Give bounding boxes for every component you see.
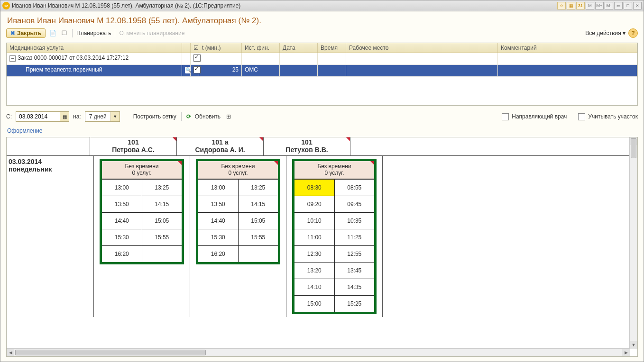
order-row[interactable]: –Заказ 0000-000017 от 03.03.2014 17:27:1… [7, 53, 637, 65]
close-window-button[interactable]: ✕ [633, 2, 642, 9]
time-slot[interactable]: 15:30 [198, 229, 239, 245]
toolbar: ✖ Закрыть 📄 ❐ Планировать Отменить плани… [6, 28, 638, 38]
time-slot[interactable]: 11:00 [294, 229, 335, 245]
maximize-button[interactable]: □ [624, 2, 632, 9]
resource-header[interactable]: 101Петрова А.С. [90, 137, 177, 155]
time-slot[interactable]: 15:30 [102, 229, 142, 245]
report-icon[interactable]: 📄 [48, 29, 57, 37]
time-slot[interactable]: 16:20 [198, 246, 239, 262]
col-time[interactable]: t (мин.) [199, 43, 242, 53]
col-comment[interactable]: Комментарий [498, 43, 637, 53]
time-slot[interactable] [142, 246, 182, 262]
time-slot[interactable]: 10:10 [294, 213, 335, 229]
resource-header[interactable]: 101 аСидорова А. И. [177, 137, 264, 155]
marker-icon [259, 137, 263, 141]
consider-area-checkbox[interactable]: Учитывать участок [578, 113, 638, 120]
time-slot[interactable]: 13:50 [198, 196, 239, 212]
time-slot[interactable]: 14:15 [239, 196, 278, 212]
horizontal-scrollbar[interactable]: ◀ ▶ [7, 348, 630, 356]
scroll-right-icon[interactable]: ▶ [622, 349, 630, 356]
settings-icon[interactable]: ⊞ [224, 112, 233, 121]
period-value: 7 дней [85, 112, 110, 121]
date-column-header [7, 137, 90, 155]
scroll-thumb-h[interactable] [15, 350, 206, 355]
time-slot[interactable]: 08:30 [294, 180, 335, 196]
time-slot[interactable]: 13:50 [102, 196, 142, 212]
time-slot[interactable]: 13:20 [294, 262, 335, 279]
minimize-button[interactable]: ▭ [614, 2, 623, 9]
col-check[interactable]: ☑ [191, 43, 199, 53]
time-slot[interactable]: 12:55 [335, 246, 375, 262]
chevron-down-icon[interactable]: ▼ [110, 112, 120, 121]
time-slot[interactable]: 13:25 [239, 180, 278, 196]
card-header[interactable]: Без времени0 услуг. [294, 161, 374, 179]
col-vtime[interactable]: Время [318, 43, 346, 53]
close-button[interactable]: ✖ Закрыть [6, 28, 46, 38]
service-search[interactable]: 🔍 [182, 65, 191, 76]
vertical-scrollbar[interactable]: ▲ ▼ [629, 137, 637, 349]
time-slot[interactable]: 14:35 [335, 279, 375, 295]
card-header[interactable]: Без времени0 услуг. [102, 161, 182, 179]
col-date[interactable]: Дата [280, 43, 318, 53]
col-service[interactable]: Медицинская услуга [7, 43, 182, 53]
time-slot[interactable]: 14:40 [102, 213, 142, 229]
col-fin[interactable]: Ист. фин. [242, 43, 280, 53]
time-slot[interactable]: 15:55 [142, 229, 182, 245]
time-slot[interactable]: 14:15 [142, 196, 182, 212]
time-slot[interactable]: 13:45 [335, 262, 375, 279]
mem-mminus-button[interactable]: M- [605, 2, 613, 9]
col-workplace[interactable]: Рабочее место [346, 43, 498, 53]
col-search[interactable] [182, 43, 191, 53]
service-row[interactable]: Прием терапевта первичный 🔍 25 ОМС [7, 65, 637, 77]
mem-m-button[interactable]: M [586, 2, 594, 9]
resource-header[interactable]: 101Петухов В.В. [264, 137, 350, 155]
time-slot[interactable]: 11:25 [335, 229, 375, 245]
time-slot[interactable]: 15:25 [335, 296, 375, 312]
scroll-down-icon[interactable]: ▼ [630, 341, 637, 349]
time-slot[interactable]: 14:40 [198, 213, 239, 229]
copy-icon[interactable]: ❐ [60, 29, 68, 37]
time-slot[interactable]: 13:00 [102, 180, 142, 196]
from-date-input[interactable]: ▦ [16, 111, 69, 122]
time-slot[interactable]: 15:05 [142, 213, 182, 229]
filter-row: С: ▦ на: 7 дней ▼ Построить сетку ⟳ Обно… [6, 111, 638, 122]
time-slot[interactable]: 10:35 [335, 213, 375, 229]
build-grid-button[interactable]: Построить сетку [133, 113, 176, 120]
time-slot[interactable]: 08:55 [335, 180, 375, 196]
referring-doctor-checkbox[interactable]: Направляющий врач [502, 113, 567, 120]
time-slot[interactable]: 15:05 [239, 213, 278, 229]
from-date-field[interactable] [16, 112, 60, 121]
date-value: 03.03.2014 [9, 158, 92, 165]
slot-row: 10:1010:35 [294, 212, 374, 229]
time-slot[interactable] [239, 246, 278, 262]
slot-row: 13:5014:15 [198, 196, 278, 212]
calendar-picker-icon[interactable]: ▦ [60, 112, 69, 121]
period-combo[interactable]: 7 дней ▼ [85, 111, 120, 122]
time-slot[interactable]: 15:55 [239, 229, 278, 245]
time-slot[interactable]: 09:20 [294, 196, 335, 212]
time-slot[interactable]: 09:45 [335, 196, 375, 212]
time-slot[interactable]: 15:00 [294, 296, 335, 312]
scroll-thumb[interactable] [631, 138, 636, 158]
time-slot[interactable]: 12:30 [294, 246, 335, 262]
time-slot[interactable]: 13:00 [198, 180, 239, 196]
time-slot[interactable]: 13:25 [142, 180, 182, 196]
calendar-icon[interactable]: 31 [576, 2, 585, 9]
calc-icon[interactable]: ▦ [567, 2, 575, 9]
time-slot[interactable]: 16:20 [102, 246, 142, 262]
schedule-header: 101Петрова А.С.101 аСидорова А. И.101Пет… [7, 137, 637, 156]
order-check[interactable] [191, 53, 199, 64]
refresh-button[interactable]: Обновить [195, 113, 221, 120]
plan-button[interactable]: Планировать [76, 30, 111, 36]
help-button[interactable]: ? [628, 28, 638, 38]
slot-row: 13:5014:15 [102, 196, 182, 212]
fav-icon[interactable]: ☆ [557, 2, 566, 9]
mem-mplus-button[interactable]: M+ [595, 2, 604, 9]
collapse-icon[interactable]: – [9, 55, 16, 62]
design-link[interactable]: Оформление [7, 127, 638, 134]
all-actions-button[interactable]: Все действия ▾ [585, 30, 626, 36]
service-check[interactable] [191, 65, 199, 76]
scroll-left-icon[interactable]: ◀ [7, 349, 14, 356]
card-header[interactable]: Без времени0 услуг. [198, 161, 278, 179]
time-slot[interactable]: 14:10 [294, 279, 335, 295]
